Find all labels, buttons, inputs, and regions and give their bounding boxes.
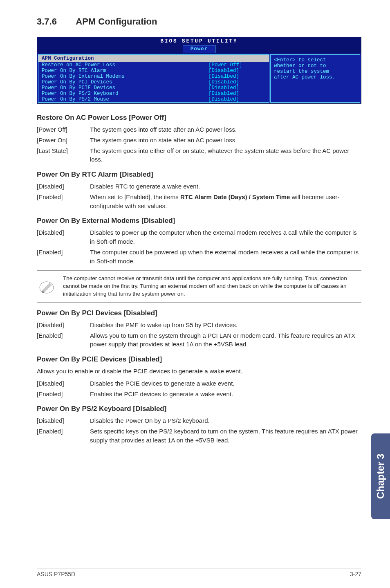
option-label: [Power Off]	[37, 125, 90, 134]
option-label: [Disabled]	[37, 228, 90, 246]
setting-heading: Power On By RTC Alarm [Disabled]	[37, 171, 361, 179]
bios-tab-power: Power	[183, 45, 216, 53]
bios-row-key: Power On By PCI Devices	[42, 79, 208, 85]
bios-panel-heading: APM Configuration	[38, 55, 269, 62]
bios-row: Restore on AC Power Loss[Power Off]	[38, 62, 269, 68]
option-row: [Disabled]Disables the Power On by a PS/…	[37, 416, 361, 425]
bios-row: Power On By External Modems[Disalbed]	[38, 74, 269, 79]
setting-heading: Power On By PCI Devices [Disabled]	[37, 309, 361, 317]
option-row: [Power On]The system goes into on state …	[37, 136, 361, 145]
option-label: [Disabled]	[37, 379, 90, 388]
option-row: [Last State]The system goes into either …	[37, 146, 361, 164]
option-desc-bold: RTC Alarm Date (Days) / System Time	[180, 193, 290, 200]
setting-intro: Allows you to enable or disable the PCIE…	[37, 367, 361, 376]
bios-tab-row: Power	[37, 45, 361, 54]
option-desc: Disables the PME to wake up from S5 by P…	[90, 321, 361, 330]
section-title-text: APM Configuration	[76, 16, 157, 27]
option-label: [Disabled]	[37, 321, 90, 330]
option-label: [Enabled]	[37, 427, 90, 445]
option-row: [Enabled]The computer could be powered u…	[37, 248, 361, 266]
setting-heading: Power On By PS/2 Keyboard [Disabled]	[37, 405, 361, 413]
option-desc: Enables the PCIE devices to generate a w…	[90, 390, 361, 399]
bios-help-line: whether or not to	[274, 63, 356, 69]
section-heading: 3.7.6 APM Configuration	[37, 16, 361, 27]
bios-title: BIOS SETUP UTILITY	[37, 37, 361, 45]
option-desc: Allows you to turn on the system through…	[90, 331, 361, 349]
option-label: [Disabled]	[37, 182, 90, 191]
setting-heading: Power On By External Modems [Disabled]	[37, 217, 361, 225]
option-desc: Disables the PCIE devices to generate a …	[90, 379, 361, 388]
option-desc-prefix: When set to [Enabled], the items	[90, 193, 180, 200]
option-label: [Power On]	[37, 136, 90, 145]
svg-marker-1	[43, 283, 52, 292]
bios-row-key: Power On By PCIE Devices	[42, 85, 208, 91]
option-desc: Disables to power up the computer when t…	[90, 228, 361, 246]
setting-heading: Power On By PCIE Devices [Disabled]	[37, 355, 361, 364]
option-label: [Enabled]	[37, 331, 90, 349]
option-desc: The computer could be powered up when th…	[90, 248, 361, 266]
option-desc: Disables the Power On by a PS/2 keyboard…	[90, 416, 361, 425]
chapter-side-tab: Chapter 3	[371, 433, 390, 519]
option-desc: The system goes into either off or on st…	[90, 146, 361, 164]
bios-panel: BIOS SETUP UTILITY Power APM Configurati…	[37, 37, 361, 104]
option-label: [Last State]	[37, 146, 90, 164]
option-row: [Disabled]Disables the PCIE devices to g…	[37, 379, 361, 388]
bios-row: Power On By PCI Devices[Disabled]	[38, 79, 269, 85]
bios-help-line: after AC power loss.	[274, 74, 356, 80]
option-row: [Enabled]Allows you to turn on the syste…	[37, 331, 361, 349]
option-row: [Power Off]The system goes into off stat…	[37, 125, 361, 134]
option-label: [Enabled]	[37, 390, 90, 399]
footer-left: ASUS P7P55D	[37, 571, 75, 577]
option-label: [Enabled]	[37, 248, 90, 266]
page-footer: ASUS P7P55D 3-27	[37, 568, 361, 577]
option-row: [Disabled]Disables RTC to generate a wak…	[37, 182, 361, 191]
bios-row-val: [Power Off]	[208, 62, 266, 68]
section-number: 3.7.6	[37, 16, 74, 27]
option-desc: Sets specific keys on the PS/2 keyboard …	[90, 427, 361, 445]
option-label: [Enabled]	[37, 193, 90, 211]
note-text: The computer cannot receive or transmit …	[63, 275, 361, 298]
option-desc: The system goes into on state after an A…	[90, 136, 361, 145]
option-row: [Disabled]Disables to power up the compu…	[37, 228, 361, 246]
option-label: [Disabled]	[37, 416, 90, 425]
bios-row-key: Power On By RTC Alarm	[42, 68, 208, 74]
option-row: [Enabled] When set to [Enabled], the ite…	[37, 193, 361, 211]
option-row: [Enabled]Sets specific keys on the PS/2 …	[37, 427, 361, 445]
bios-help-line: restart the system	[274, 69, 356, 74]
option-row: [Enabled]Enables the PCIE devices to gen…	[37, 390, 361, 399]
bios-help-line: <Enter> to select	[274, 57, 356, 63]
pencil-icon	[38, 278, 55, 295]
bios-row-val: [Disabled]	[208, 91, 266, 97]
page-root: 3.7.6 APM Configuration BIOS SETUP UTILI…	[0, 0, 390, 588]
bios-row-val: [Disalbed]	[208, 74, 266, 79]
bios-settings-list: APM Configuration Restore on AC Power Lo…	[38, 54, 269, 103]
option-desc: The system goes into off state after an …	[90, 125, 361, 134]
bios-row: Power On By RTC Alarm[Disabled]	[38, 68, 269, 74]
option-row: [Disabled]Disables the PME to wake up fr…	[37, 321, 361, 330]
bios-row: Power On By PS/2 Mouse[Disabled]	[38, 97, 269, 102]
bios-row-val: [Disabled]	[208, 85, 266, 91]
footer-right: 3-27	[350, 571, 361, 577]
note-block: The computer cannot receive or transmit …	[37, 270, 361, 303]
bios-row-val: [Disabled]	[208, 79, 266, 85]
bios-row-val: [Disabled]	[208, 68, 266, 74]
setting-heading: Restore On AC Power Loss [Power Off]	[37, 114, 361, 122]
bios-row: Power On By PS/2 Keyboard[Disabled]	[38, 91, 269, 97]
bios-row-val: [Disabled]	[208, 97, 266, 102]
bios-body: APM Configuration Restore on AC Power Lo…	[37, 54, 361, 103]
bios-row-key: Power On By PS/2 Mouse	[42, 97, 208, 102]
bios-row: Power On By PCIE Devices[Disabled]	[38, 85, 269, 91]
option-desc: Disables RTC to generate a wake event.	[90, 182, 361, 191]
bios-row-key: Power On By External Modems	[42, 74, 208, 79]
note-pencil-icon	[37, 275, 56, 298]
bios-help-pane: <Enter> to select whether or not to rest…	[270, 54, 360, 103]
bios-row-key: Power On By PS/2 Keyboard	[42, 91, 208, 97]
option-desc: When set to [Enabled], the items RTC Ala…	[90, 193, 361, 211]
bios-row-key: Restore on AC Power Loss	[42, 62, 208, 68]
